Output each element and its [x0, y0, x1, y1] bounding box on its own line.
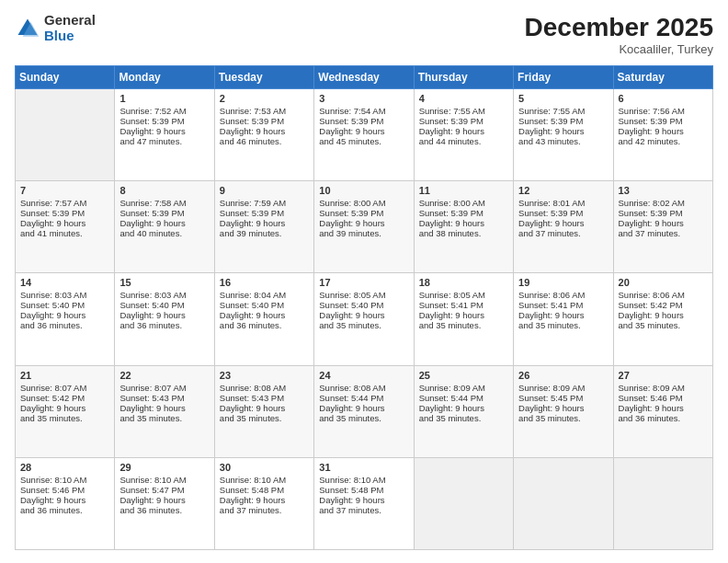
cell-text: Sunset: 5:43 PM [220, 393, 309, 403]
cell-text: Daylight: 9 hours [119, 495, 209, 505]
cell-text: Sunrise: 7:53 AM [220, 106, 309, 116]
calendar-cell: 31Sunrise: 8:10 AMSunset: 5:48 PMDayligh… [314, 457, 414, 549]
location: Kocaaliler, Turkey [525, 42, 713, 56]
calendar-cell: 11Sunrise: 8:00 AMSunset: 5:39 PMDayligh… [414, 181, 513, 273]
cell-text: Daylight: 9 hours [619, 403, 708, 413]
col-wednesday: Wednesday [314, 66, 414, 89]
day-number: 9 [220, 185, 309, 196]
cell-text: Sunset: 5:44 PM [319, 393, 408, 403]
cell-text: and 37 minutes. [518, 228, 608, 238]
cell-text: Daylight: 9 hours [119, 403, 209, 413]
day-number: 6 [619, 93, 708, 104]
cell-text: and 36 minutes. [119, 505, 209, 515]
cell-text: Daylight: 9 hours [20, 218, 109, 228]
day-number: 12 [518, 185, 608, 196]
cell-text: Sunrise: 8:08 AM [319, 383, 408, 393]
calendar-cell: 7Sunrise: 7:57 AMSunset: 5:39 PMDaylight… [16, 181, 115, 273]
day-number: 11 [419, 185, 508, 196]
cell-text: Daylight: 9 hours [619, 218, 708, 228]
cell-text: Sunrise: 8:10 AM [20, 475, 109, 485]
calendar-cell: 23Sunrise: 8:08 AMSunset: 5:43 PMDayligh… [214, 365, 313, 457]
day-number: 31 [319, 462, 408, 473]
cell-text: Daylight: 9 hours [119, 126, 209, 136]
cell-text: and 35 minutes. [220, 413, 309, 423]
cell-text: Daylight: 9 hours [20, 403, 109, 413]
day-number: 13 [619, 185, 708, 196]
calendar-cell: 28Sunrise: 8:10 AMSunset: 5:46 PMDayligh… [16, 457, 115, 549]
col-sunday: Sunday [16, 66, 115, 89]
cell-text: and 37 minutes. [619, 228, 708, 238]
cell-text: Daylight: 9 hours [319, 403, 408, 413]
cell-text: Sunset: 5:42 PM [20, 393, 109, 403]
calendar-cell: 6Sunrise: 7:56 AMSunset: 5:39 PMDaylight… [613, 89, 712, 181]
cell-text: and 35 minutes. [518, 320, 608, 330]
cell-text: Sunrise: 8:06 AM [619, 290, 708, 300]
cell-text: and 36 minutes. [619, 413, 708, 423]
cell-text: Sunrise: 8:03 AM [119, 290, 209, 300]
cell-text: Sunset: 5:48 PM [319, 485, 408, 495]
day-number: 2 [220, 93, 309, 104]
cell-text: Daylight: 9 hours [419, 218, 508, 228]
cell-text: Sunrise: 7:55 AM [419, 106, 508, 116]
calendar-cell: 1Sunrise: 7:52 AMSunset: 5:39 PMDaylight… [115, 89, 214, 181]
day-number: 14 [20, 277, 109, 288]
cell-text: Daylight: 9 hours [518, 310, 608, 320]
cell-text: Sunrise: 8:05 AM [419, 290, 508, 300]
cell-text: Daylight: 9 hours [220, 403, 309, 413]
cell-text: Sunrise: 7:54 AM [319, 106, 408, 116]
logo: General Blue [15, 13, 96, 43]
calendar-cell: 27Sunrise: 8:09 AMSunset: 5:46 PMDayligh… [613, 365, 712, 457]
calendar-cell: 25Sunrise: 8:09 AMSunset: 5:44 PMDayligh… [414, 365, 513, 457]
cell-text: Sunset: 5:44 PM [419, 393, 508, 403]
day-number: 16 [220, 277, 309, 288]
cell-text: Sunset: 5:40 PM [119, 300, 209, 310]
calendar-cell: 5Sunrise: 7:55 AMSunset: 5:39 PMDaylight… [514, 89, 613, 181]
cell-text: Daylight: 9 hours [619, 126, 708, 136]
calendar-week-row: 1Sunrise: 7:52 AMSunset: 5:39 PMDaylight… [16, 89, 713, 181]
calendar-cell: 13Sunrise: 8:02 AMSunset: 5:39 PMDayligh… [613, 181, 712, 273]
cell-text: Daylight: 9 hours [220, 310, 309, 320]
cell-text: Daylight: 9 hours [419, 403, 508, 413]
cell-text: and 36 minutes. [20, 320, 109, 330]
page: General Blue December 2025 Kocaaliler, T… [0, 0, 728, 563]
cell-text: Daylight: 9 hours [119, 218, 209, 228]
cell-text: and 35 minutes. [319, 413, 408, 423]
cell-text: and 35 minutes. [619, 320, 708, 330]
calendar-cell: 8Sunrise: 7:58 AMSunset: 5:39 PMDaylight… [115, 181, 214, 273]
day-number: 7 [20, 185, 109, 196]
day-number: 1 [119, 93, 209, 104]
logo-general-text: General [44, 13, 96, 29]
cell-text: Daylight: 9 hours [619, 310, 708, 320]
cell-text: and 38 minutes. [419, 228, 508, 238]
cell-text: and 40 minutes. [119, 228, 209, 238]
cell-text: Sunset: 5:46 PM [619, 393, 708, 403]
cell-text: and 35 minutes. [319, 320, 408, 330]
day-number: 24 [319, 370, 408, 381]
cell-text: Sunset: 5:46 PM [20, 485, 109, 495]
cell-text: Sunset: 5:39 PM [319, 208, 408, 218]
cell-text: Sunset: 5:39 PM [518, 208, 608, 218]
cell-text: Sunrise: 7:52 AM [119, 106, 209, 116]
calendar-week-row: 21Sunrise: 8:07 AMSunset: 5:42 PMDayligh… [16, 365, 713, 457]
logo-blue-text: Blue [44, 29, 96, 44]
cell-text: and 44 minutes. [419, 136, 508, 146]
cell-text: Sunrise: 8:00 AM [419, 198, 508, 208]
cell-text: Sunrise: 8:09 AM [518, 383, 608, 393]
cell-text: Sunset: 5:40 PM [319, 300, 408, 310]
col-monday: Monday [115, 66, 214, 89]
calendar-cell: 2Sunrise: 7:53 AMSunset: 5:39 PMDaylight… [214, 89, 313, 181]
cell-text: Sunrise: 8:05 AM [319, 290, 408, 300]
cell-text: Daylight: 9 hours [319, 126, 408, 136]
calendar-cell [514, 457, 613, 549]
cell-text: Daylight: 9 hours [319, 495, 408, 505]
day-number: 26 [518, 370, 608, 381]
cell-text: Sunset: 5:45 PM [518, 393, 608, 403]
col-friday: Friday [514, 66, 613, 89]
cell-text: Sunset: 5:40 PM [220, 300, 309, 310]
cell-text: Sunrise: 8:03 AM [20, 290, 109, 300]
calendar-cell: 22Sunrise: 8:07 AMSunset: 5:43 PMDayligh… [115, 365, 214, 457]
cell-text: and 37 minutes. [319, 505, 408, 515]
cell-text: Daylight: 9 hours [20, 310, 109, 320]
day-number: 10 [319, 185, 408, 196]
cell-text: Sunrise: 8:07 AM [119, 383, 209, 393]
